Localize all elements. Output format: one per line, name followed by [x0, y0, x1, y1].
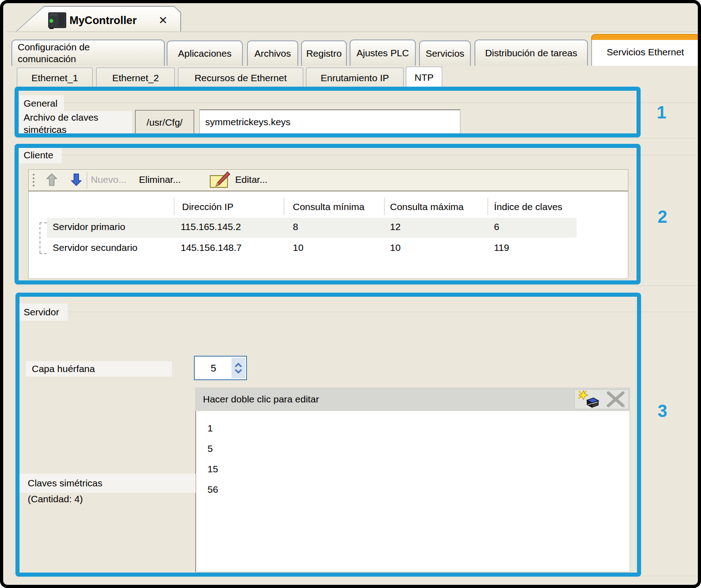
tab-label: Servicios: [425, 48, 464, 59]
chevron-down-icon: [234, 369, 242, 373]
column-header-ip: Dirección IP: [182, 201, 233, 212]
key-list-item[interactable]: 5: [207, 443, 630, 464]
tab-servicios[interactable]: Servicios: [419, 40, 471, 66]
application-window: MyController ✕ Configuración de comunica…: [0, 0, 701, 588]
tree-connector-line: [39, 222, 40, 253]
column-header-consulta-minima: Consulta mínima: [293, 201, 365, 212]
orphan-stratum-spinner[interactable]: [194, 356, 247, 380]
cliente-group-label: Cliente: [20, 147, 62, 163]
table-row-servidor-primario[interactable]: Servidor primario 115.165.145.2 8 12 6: [47, 218, 577, 238]
editar-icon-wrap[interactable]: [209, 170, 230, 190]
chevron-up-icon: [234, 363, 242, 368]
column-divider: [384, 198, 385, 215]
tab-distribucion-de-tareas[interactable]: Distribución de tareas: [474, 39, 588, 66]
subtab-ethernet-1[interactable]: Ethernet_1: [17, 68, 93, 88]
tree-connector-stub: [39, 253, 47, 254]
tree-connector-stub: [39, 222, 47, 223]
keys-list-header: Hacer doble clic para editar: [195, 387, 630, 411]
tab-label: Configuración de comunicación: [12, 41, 131, 65]
tabbar-divider: [7, 31, 698, 32]
delete-x-icon: [606, 391, 626, 408]
row-max: 12: [390, 221, 400, 232]
symmetric-keys-count-label-line1: Claves simétricas: [20, 474, 196, 493]
path-prefix-box: /usr/Cfg/: [135, 110, 194, 135]
symmetric-keys-list[interactable]: 1 5 15 56: [195, 411, 630, 572]
row-key-index: 6: [494, 221, 499, 232]
subtab-label: Enrutamiento IP: [321, 73, 389, 83]
tab-label: Archivos: [254, 48, 291, 59]
controller-icon: [47, 11, 68, 29]
subtab-recursos-de-ethernet[interactable]: Recursos de Ethernet: [178, 68, 303, 88]
row-ip: 115.165.145.2: [181, 221, 241, 232]
key-list-item[interactable]: 15: [207, 464, 630, 484]
subtab-ethernet-2[interactable]: Ethernet_2: [96, 68, 175, 88]
move-down-button[interactable]: [70, 170, 82, 190]
nuevo-button[interactable]: Nuevo...: [91, 170, 126, 190]
keys-list-header-actions: [574, 389, 629, 409]
new-key-button[interactable]: [578, 390, 600, 408]
spinner-buttons[interactable]: [232, 358, 245, 378]
callout-number-1: 1: [652, 103, 671, 122]
close-icon[interactable]: ✕: [158, 14, 168, 27]
row-ip: 145.156.148.7: [181, 242, 242, 253]
document-tab-title: MyController: [69, 14, 137, 27]
tab-label: Distribución de tareas: [485, 48, 577, 59]
column-header-indice-de-claves: Índice de claves: [494, 201, 563, 212]
eliminar-button[interactable]: Eliminar...: [139, 170, 181, 190]
delete-key-button[interactable]: [606, 391, 626, 408]
symmetric-keys-count-label-line2: (Cantidad: 4): [28, 494, 83, 505]
subtab-label: Recursos de Ethernet: [194, 73, 286, 83]
row-name: Servidor secundario: [53, 242, 138, 253]
tab-ajustes-plc[interactable]: Ajustes PLC: [350, 39, 416, 66]
row-min: 10: [293, 242, 303, 253]
callout-number-2: 2: [652, 207, 672, 227]
subtab-enrutamiento-ip[interactable]: Enrutamiento IP: [306, 68, 404, 88]
tab-label: Servicios Ethernet: [607, 47, 684, 58]
subtab-label: NTP: [415, 72, 434, 83]
ntp-client-panel: Nuevo... Eliminar... Editar... Dirección…: [28, 169, 628, 279]
keys-list-header-text: Hacer doble clic para editar: [203, 394, 319, 405]
tab-servicios-ethernet-selected[interactable]: Servicios Ethernet: [591, 34, 700, 66]
new-key-icon: [578, 390, 600, 408]
tab-label: Aplicaciones: [178, 48, 232, 59]
column-divider: [488, 198, 488, 215]
subtab-label: Ethernet_2: [112, 73, 159, 83]
keys-filename-input[interactable]: [199, 109, 460, 134]
column-divider: [174, 198, 174, 215]
move-up-button[interactable]: [46, 170, 58, 190]
tab-registro[interactable]: Registro: [301, 40, 347, 66]
toolbar-grip-handle[interactable]: [33, 173, 35, 188]
orphan-stratum-input[interactable]: [195, 357, 232, 380]
selected-tab-orange-cap: [591, 34, 700, 40]
subtab-label: Ethernet_1: [31, 73, 78, 83]
key-list-item[interactable]: 56: [207, 484, 630, 505]
symmetric-keys-file-label: Archivo de claves simétricas: [20, 111, 132, 137]
edit-icon: [209, 171, 230, 188]
row-key-index: 119: [494, 242, 509, 253]
client-toolbar: Nuevo... Eliminar... Editar...: [29, 170, 628, 191]
row-min: 8: [293, 221, 298, 232]
tab-label: Ajustes PLC: [356, 48, 409, 59]
tab-aplicaciones[interactable]: Aplicaciones: [167, 40, 243, 66]
row-name: Servidor primario: [53, 221, 125, 232]
tab-archivos[interactable]: Archivos: [247, 40, 298, 66]
capa-huerfana-label: Capa huérfana: [26, 361, 172, 377]
row-max: 10: [390, 242, 400, 253]
column-divider: [284, 198, 284, 215]
key-list-item[interactable]: 1: [207, 423, 630, 443]
tab-label: Registro: [306, 48, 341, 59]
subtab-ntp-selected[interactable]: NTP: [406, 67, 442, 88]
callout-number-3: 3: [652, 402, 672, 421]
tab-configuracion-de-comunicacion[interactable]: Configuración de comunicación: [11, 39, 165, 66]
symmetric-keys-file-label-text: Archivo de claves simétricas: [24, 111, 114, 136]
editar-button[interactable]: Editar...: [235, 170, 267, 190]
move-down-icon: [70, 173, 82, 186]
column-header-consulta-maxima: Consulta máxima: [390, 201, 464, 212]
servidor-group-label: Servidor: [20, 304, 68, 321]
toolbar-separator: [87, 172, 87, 189]
move-up-icon: [46, 173, 58, 186]
general-group-label: General: [20, 95, 64, 112]
table-row-servidor-secundario[interactable]: Servidor secundario 145.156.148.7 10 10 …: [47, 239, 577, 259]
